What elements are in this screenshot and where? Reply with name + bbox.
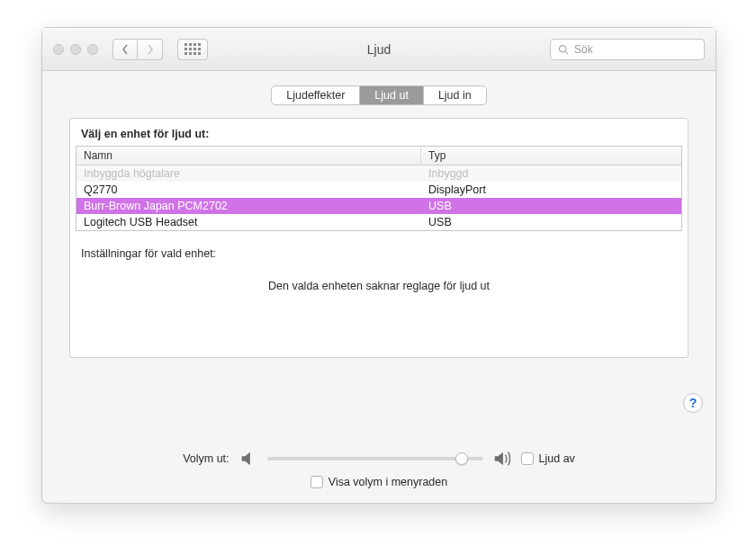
- device-list-heading: Välj en enhet för ljud ut:: [70, 128, 688, 146]
- menubar-label: Visa volym i menyraden: [328, 476, 447, 488]
- device-type: DisplayPort: [421, 182, 681, 198]
- device-type: Inbyggd: [421, 165, 681, 182]
- table-row[interactable]: Inbyggda högtalare Inbyggd: [76, 165, 681, 182]
- chevron-left-icon: [122, 44, 129, 55]
- back-button[interactable]: [112, 39, 138, 60]
- grid-icon: [184, 43, 201, 55]
- speaker-low-icon: [238, 449, 258, 469]
- forward-button[interactable]: [138, 39, 163, 60]
- table-body: Inbyggda högtalare Inbyggd Q2770 Display…: [76, 165, 681, 230]
- speaker-high-icon: [492, 449, 512, 469]
- nav-group: [112, 39, 163, 60]
- show-all-button[interactable]: [177, 39, 208, 60]
- window-controls: [53, 44, 104, 55]
- device-name: Inbyggda högtalare: [76, 165, 421, 182]
- tab-output[interactable]: Ljud ut: [360, 86, 424, 104]
- content-area: Ljudeffekter Ljud ut Ljud in Välj en enh…: [42, 71, 716, 503]
- tab-segment: Ljudeffekter Ljud ut Ljud in: [271, 85, 486, 105]
- minimize-icon[interactable]: [70, 44, 81, 55]
- table-row[interactable]: Q2770 DisplayPort: [76, 182, 681, 198]
- help-button[interactable]: ?: [683, 393, 703, 413]
- zoom-icon[interactable]: [87, 44, 98, 55]
- checkbox-box: [521, 452, 534, 465]
- device-name: Logitech USB Headset: [76, 214, 421, 230]
- footer: Volym ut: Ljud av Visa volym i m: [42, 449, 716, 488]
- checkbox-box: [310, 476, 323, 488]
- device-type: USB: [421, 214, 681, 230]
- device-table: Namn Typ Inbyggda högtalare Inbyggd Q277…: [76, 146, 682, 231]
- svg-point-0: [560, 45, 567, 52]
- volume-label: Volym ut:: [183, 452, 229, 465]
- device-settings: Inställningar för vald enhet: Den valda …: [70, 237, 688, 357]
- no-controls-message: Den valda enheten saknar reglage för lju…: [81, 280, 677, 292]
- volume-slider[interactable]: [267, 451, 483, 466]
- chevron-right-icon: [147, 44, 154, 55]
- window-title: Ljud: [217, 42, 541, 57]
- col-type[interactable]: Typ: [421, 147, 681, 165]
- table-row[interactable]: Burr-Brown Japan PCM2702 USB: [76, 198, 681, 214]
- tab-input[interactable]: Ljud in: [424, 86, 486, 104]
- preferences-window: Ljud Sök Ljudeffekter Ljud ut Ljud in Vä…: [41, 27, 716, 504]
- tab-bar: Ljudeffekter Ljud ut Ljud in: [69, 85, 688, 105]
- output-panel: Välj en enhet för ljud ut: Namn Typ Inby…: [69, 118, 688, 358]
- device-name: Burr-Brown Japan PCM2702: [76, 198, 421, 214]
- search-icon: [558, 44, 569, 55]
- close-icon[interactable]: [53, 44, 64, 55]
- search-placeholder: Sök: [574, 43, 593, 56]
- table-header: Namn Typ: [76, 147, 681, 165]
- search-input[interactable]: Sök: [550, 39, 705, 60]
- tab-effects[interactable]: Ljudeffekter: [272, 86, 360, 104]
- device-name: Q2770: [76, 182, 421, 198]
- mute-checkbox[interactable]: Ljud av: [521, 452, 575, 465]
- show-in-menubar-checkbox[interactable]: Visa volym i menyraden: [310, 476, 447, 488]
- help-icon: ?: [689, 396, 698, 410]
- mute-label: Ljud av: [539, 452, 575, 465]
- slider-knob[interactable]: [455, 452, 468, 465]
- slider-track: [267, 457, 483, 460]
- settings-label: Inställningar för vald enhet:: [81, 247, 677, 260]
- svg-line-1: [565, 51, 568, 54]
- col-name[interactable]: Namn: [76, 147, 421, 165]
- table-row[interactable]: Logitech USB Headset USB: [76, 214, 681, 230]
- volume-row: Volym ut: Ljud av: [183, 449, 575, 469]
- device-type: USB: [421, 198, 681, 214]
- titlebar: Ljud Sök: [42, 28, 716, 71]
